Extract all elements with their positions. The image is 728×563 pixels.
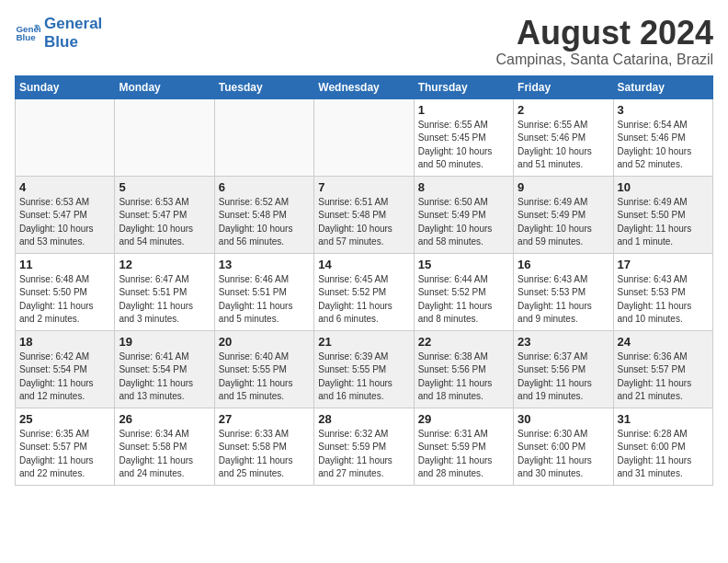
day-number: 24 (618, 335, 709, 349)
day-number: 25 (19, 412, 110, 426)
day-cell: 27Sunrise: 6:33 AM Sunset: 5:58 PM Dayli… (214, 408, 313, 485)
day-number: 5 (119, 180, 210, 194)
day-cell: 4Sunrise: 6:53 AM Sunset: 5:47 PM Daylig… (16, 176, 115, 253)
day-info: Sunrise: 6:44 AM Sunset: 5:52 PM Dayligh… (418, 273, 509, 327)
day-info: Sunrise: 6:41 AM Sunset: 5:54 PM Dayligh… (119, 350, 210, 404)
day-info: Sunrise: 6:32 AM Sunset: 5:59 PM Dayligh… (318, 428, 409, 481)
calendar-table: SundayMondayTuesdayWednesdayThursdayFrid… (15, 75, 713, 486)
empty-cell (16, 98, 115, 176)
day-info: Sunrise: 6:53 AM Sunset: 5:47 PM Dayligh… (119, 196, 210, 249)
day-number: 29 (418, 412, 509, 426)
day-number: 22 (418, 335, 509, 349)
day-cell: 9Sunrise: 6:49 AM Sunset: 5:49 PM Daylig… (514, 176, 613, 253)
day-cell: 18Sunrise: 6:42 AM Sunset: 5:54 PM Dayli… (16, 330, 115, 408)
calendar-subtitle: Campinas, Santa Catarina, Brazil (495, 52, 713, 68)
day-cell: 1Sunrise: 6:55 AM Sunset: 5:45 PM Daylig… (414, 98, 513, 176)
day-number: 1 (418, 103, 509, 117)
day-cell: 26Sunrise: 6:34 AM Sunset: 5:58 PM Dayli… (115, 408, 214, 485)
day-info: Sunrise: 6:38 AM Sunset: 5:56 PM Dayligh… (418, 350, 509, 404)
calendar-week-row: 4Sunrise: 6:53 AM Sunset: 5:47 PM Daylig… (16, 176, 713, 253)
day-info: Sunrise: 6:37 AM Sunset: 5:56 PM Dayligh… (518, 350, 609, 404)
day-cell: 8Sunrise: 6:50 AM Sunset: 5:49 PM Daylig… (414, 176, 513, 253)
day-cell: 30Sunrise: 6:30 AM Sunset: 6:00 PM Dayli… (514, 408, 613, 485)
day-number: 7 (318, 180, 409, 194)
day-info: Sunrise: 6:49 AM Sunset: 5:49 PM Dayligh… (518, 196, 609, 249)
day-info: Sunrise: 6:47 AM Sunset: 5:51 PM Dayligh… (119, 273, 210, 327)
weekday-header-row: SundayMondayTuesdayWednesdayThursdayFrid… (16, 75, 713, 98)
calendar-week-row: 11Sunrise: 6:48 AM Sunset: 5:50 PM Dayli… (16, 253, 713, 330)
day-cell: 14Sunrise: 6:45 AM Sunset: 5:52 PM Dayli… (314, 253, 414, 330)
weekday-header-friday: Friday (514, 75, 613, 98)
day-cell: 21Sunrise: 6:39 AM Sunset: 5:55 PM Dayli… (314, 330, 414, 408)
day-cell: 16Sunrise: 6:43 AM Sunset: 5:53 PM Dayli… (514, 253, 613, 330)
day-cell: 6Sunrise: 6:52 AM Sunset: 5:48 PM Daylig… (214, 176, 313, 253)
day-cell: 13Sunrise: 6:46 AM Sunset: 5:51 PM Dayli… (214, 253, 313, 330)
weekday-header-tuesday: Tuesday (214, 75, 313, 98)
day-info: Sunrise: 6:33 AM Sunset: 5:58 PM Dayligh… (219, 428, 310, 481)
day-number: 13 (219, 258, 310, 271)
calendar-title: August 2024 (495, 15, 713, 52)
day-info: Sunrise: 6:49 AM Sunset: 5:50 PM Dayligh… (618, 196, 709, 249)
logo-icon: General Blue (15, 20, 40, 46)
logo: General Blue General Blue (15, 15, 102, 52)
day-number: 11 (19, 258, 110, 271)
day-cell: 22Sunrise: 6:38 AM Sunset: 5:56 PM Dayli… (414, 330, 513, 408)
day-number: 14 (318, 258, 409, 271)
day-cell: 24Sunrise: 6:36 AM Sunset: 5:57 PM Dayli… (613, 330, 712, 408)
empty-cell (214, 98, 313, 176)
day-number: 20 (219, 335, 310, 349)
day-cell: 10Sunrise: 6:49 AM Sunset: 5:50 PM Dayli… (613, 176, 712, 253)
day-info: Sunrise: 6:30 AM Sunset: 6:00 PM Dayligh… (518, 428, 609, 481)
day-cell: 29Sunrise: 6:31 AM Sunset: 5:59 PM Dayli… (414, 408, 513, 485)
day-cell: 20Sunrise: 6:40 AM Sunset: 5:55 PM Dayli… (214, 330, 313, 408)
day-cell: 23Sunrise: 6:37 AM Sunset: 5:56 PM Dayli… (514, 330, 613, 408)
day-number: 8 (418, 180, 509, 194)
day-number: 27 (219, 412, 310, 426)
day-info: Sunrise: 6:52 AM Sunset: 5:48 PM Dayligh… (219, 196, 310, 249)
title-block: August 2024 Campinas, Santa Catarina, Br… (495, 15, 713, 68)
day-info: Sunrise: 6:28 AM Sunset: 6:00 PM Dayligh… (618, 428, 709, 481)
day-number: 31 (618, 412, 709, 426)
weekday-header-saturday: Saturday (613, 75, 712, 98)
day-number: 10 (618, 180, 709, 194)
weekday-header-thursday: Thursday (414, 75, 513, 98)
day-info: Sunrise: 6:43 AM Sunset: 5:53 PM Dayligh… (618, 273, 709, 327)
day-number: 26 (119, 412, 210, 426)
empty-cell (314, 98, 414, 176)
day-cell: 11Sunrise: 6:48 AM Sunset: 5:50 PM Dayli… (16, 253, 115, 330)
calendar-week-row: 25Sunrise: 6:35 AM Sunset: 5:57 PM Dayli… (16, 408, 713, 485)
day-number: 12 (119, 258, 210, 271)
day-number: 6 (219, 180, 310, 194)
day-info: Sunrise: 6:34 AM Sunset: 5:58 PM Dayligh… (119, 428, 210, 481)
day-cell: 2Sunrise: 6:55 AM Sunset: 5:46 PM Daylig… (514, 98, 613, 176)
logo-text-general: General (44, 15, 102, 33)
day-number: 9 (518, 180, 609, 194)
day-info: Sunrise: 6:45 AM Sunset: 5:52 PM Dayligh… (318, 273, 409, 327)
day-cell: 7Sunrise: 6:51 AM Sunset: 5:48 PM Daylig… (314, 176, 414, 253)
day-cell: 19Sunrise: 6:41 AM Sunset: 5:54 PM Dayli… (115, 330, 214, 408)
day-cell: 15Sunrise: 6:44 AM Sunset: 5:52 PM Dayli… (414, 253, 513, 330)
logo-text-blue: Blue (44, 33, 102, 52)
day-info: Sunrise: 6:46 AM Sunset: 5:51 PM Dayligh… (219, 273, 310, 327)
day-info: Sunrise: 6:31 AM Sunset: 5:59 PM Dayligh… (418, 428, 509, 481)
day-number: 2 (518, 103, 609, 117)
day-cell: 3Sunrise: 6:54 AM Sunset: 5:46 PM Daylig… (613, 98, 712, 176)
day-cell: 17Sunrise: 6:43 AM Sunset: 5:53 PM Dayli… (613, 253, 712, 330)
calendar-week-row: 18Sunrise: 6:42 AM Sunset: 5:54 PM Dayli… (16, 330, 713, 408)
header: General Blue General Blue August 2024 Ca… (15, 15, 713, 68)
day-cell: 5Sunrise: 6:53 AM Sunset: 5:47 PM Daylig… (115, 176, 214, 253)
day-info: Sunrise: 6:55 AM Sunset: 5:45 PM Dayligh… (418, 119, 509, 172)
day-number: 28 (318, 412, 409, 426)
day-number: 21 (318, 335, 409, 349)
weekday-header-sunday: Sunday (16, 75, 115, 98)
day-info: Sunrise: 6:53 AM Sunset: 5:47 PM Dayligh… (19, 196, 110, 249)
day-info: Sunrise: 6:48 AM Sunset: 5:50 PM Dayligh… (19, 273, 110, 327)
day-cell: 25Sunrise: 6:35 AM Sunset: 5:57 PM Dayli… (16, 408, 115, 485)
day-info: Sunrise: 6:51 AM Sunset: 5:48 PM Dayligh… (318, 196, 409, 249)
calendar-week-row: 1Sunrise: 6:55 AM Sunset: 5:45 PM Daylig… (16, 98, 713, 176)
day-number: 16 (518, 258, 609, 271)
day-number: 19 (119, 335, 210, 349)
day-info: Sunrise: 6:39 AM Sunset: 5:55 PM Dayligh… (318, 350, 409, 404)
day-number: 18 (19, 335, 110, 349)
day-number: 23 (518, 335, 609, 349)
